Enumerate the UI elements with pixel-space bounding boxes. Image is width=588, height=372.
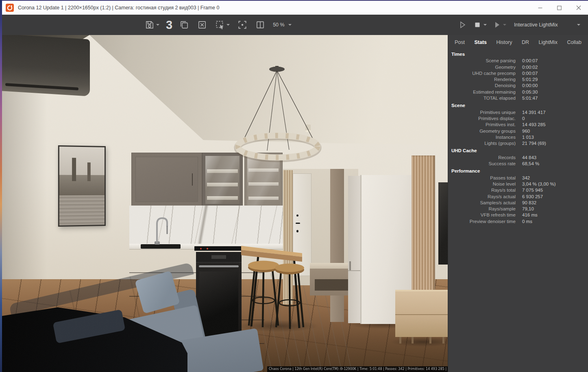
corona-vfb-window: Corona 12 Update 1 | 2200×1650px (1:2) |… <box>2 0 588 372</box>
tab-post[interactable]: Post <box>455 39 465 45</box>
stat-label: Preview denoiser time <box>451 219 516 225</box>
minimize-button[interactable] <box>531 1 550 15</box>
stat-value: 416 ms <box>522 212 538 218</box>
stat-label: Rendering <box>451 77 516 83</box>
stat-row: Lights (groups)21 794 (69) <box>451 140 588 147</box>
stat-row: Instances1 013 <box>451 134 588 140</box>
save-dropdown-caret[interactable] <box>156 24 159 26</box>
stat-value: 14 493 285 <box>522 122 546 128</box>
scene-sink <box>141 244 181 249</box>
stat-row: Denoising0:00:00 <box>451 83 588 89</box>
scene-wall-art <box>58 145 106 227</box>
stat-row: Records44 843 <box>451 155 588 161</box>
scene-hall-pillar <box>330 169 344 322</box>
main-area: Chaos Corona | 12th Gen Intel(R) Core(TM… <box>2 35 588 372</box>
stat-label: Primitives inst. <box>451 122 516 128</box>
zoom-dropdown-caret[interactable] <box>288 24 292 26</box>
resume-dropdown-caret[interactable] <box>503 24 506 26</box>
stat-row: Primitives displac.0 <box>451 116 588 122</box>
stat-row: Passes total342 <box>451 175 588 181</box>
stat-value: 0:00:00 <box>522 83 538 89</box>
stats-section-title: Times <box>451 51 588 57</box>
stat-label: Scene parsing <box>451 58 516 64</box>
stat-value: 79,10 <box>522 206 534 212</box>
stat-value: 3,04 % (3,00 %) <box>522 181 555 187</box>
stat-row: Samples/s actual90 832 <box>451 200 588 206</box>
stat-row: Geometry0:00:02 <box>451 64 588 70</box>
stat-label: Primitives unique <box>451 109 516 116</box>
render-viewport[interactable]: Chaos Corona | 12th Gen Intel(R) Core(TM… <box>2 35 448 372</box>
stat-value: 90 832 <box>522 200 536 206</box>
toolbar-right-group: Interactive LightMix <box>457 15 586 35</box>
stat-label: Estimated remaining <box>451 89 516 95</box>
stat-row: UHD cache precomp0:00:07 <box>451 70 588 77</box>
lightmix-dropdown-caret[interactable] <box>577 24 580 26</box>
tab-collab[interactable]: Collab <box>567 39 581 45</box>
stat-label: Geometry groups <box>451 128 516 134</box>
zoom-level: 50 % <box>273 22 285 28</box>
stats-panel: PostStatsHistoryDRLightMixCollab TimesSc… <box>448 35 588 372</box>
stats-section-title: Performance <box>451 168 588 174</box>
stat-value: 960 <box>522 128 530 134</box>
stat-value: 21 794 (69) <box>522 140 546 147</box>
stat-value: 0:00:07 <box>522 58 538 64</box>
stat-value: 5:01:47 <box>522 95 538 101</box>
maximize-button[interactable] <box>550 1 569 15</box>
zoom-select[interactable]: 50 % <box>272 21 292 28</box>
tab-dr[interactable]: DR <box>522 39 529 45</box>
stat-label: Rays/s total <box>451 187 516 193</box>
lightmix-mode-label[interactable]: Interactive LightMix <box>514 22 558 28</box>
stat-row: Preview denoiser time0 ms <box>451 219 588 225</box>
corona-logo-icon <box>6 4 14 12</box>
close-button[interactable] <box>569 1 588 15</box>
region-select-button[interactable] <box>214 19 231 31</box>
scene-entry-door <box>293 173 311 276</box>
ab-compare-button[interactable] <box>254 19 266 31</box>
toolbar: 3 50 % <box>2 15 588 35</box>
stat-label: Primitives displac. <box>451 116 516 122</box>
stat-value: 7 075 945 <box>522 187 543 193</box>
titlebar: Corona 12 Update 1 | 2200×1650px (1:2) |… <box>2 1 588 15</box>
start-interactive-button[interactable] <box>457 19 468 31</box>
tab-history[interactable]: History <box>497 39 512 45</box>
window-controls <box>531 1 588 15</box>
save-button[interactable] <box>144 19 160 31</box>
stat-row: Primitives inst.14 493 285 <box>451 122 588 128</box>
stat-row: Rays/s total7 075 945 <box>451 187 588 193</box>
region-dropdown-caret[interactable] <box>226 24 230 26</box>
stat-row: TOTAL elapsed5:01:47 <box>451 95 588 101</box>
stat-label: Lights (groups) <box>451 140 516 147</box>
stat-value: 0:05:30 <box>522 89 538 95</box>
stat-row: Geometry groups960 <box>451 128 588 134</box>
scene-marble-backsplash <box>129 206 285 245</box>
stat-label: Noise level <box>451 181 516 187</box>
tab-stats[interactable]: Stats <box>475 39 487 45</box>
panel-tabs: PostStatsHistoryDRLightMixCollab <box>448 35 588 49</box>
stat-value: 6 930 257 <box>522 194 543 200</box>
scene-left-wall-shade <box>2 84 55 312</box>
stat-label: Geometry <box>451 64 516 70</box>
stat-value: 44 843 <box>522 155 536 161</box>
stop-render-button[interactable] <box>472 19 488 31</box>
stat-row: Noise level3,04 % (3,00 %) <box>451 181 588 187</box>
stat-value: 14 391 417 <box>522 109 546 116</box>
scene-glass-cabinet-right <box>244 153 283 208</box>
scene-fridge <box>348 176 360 323</box>
stop-dropdown-caret[interactable] <box>483 24 487 26</box>
duplicate-button[interactable] <box>178 19 190 31</box>
stat-value: 0:00:07 <box>522 70 538 77</box>
focus-region-button[interactable] <box>236 19 248 31</box>
stat-row: Rendering5:01:29 <box>451 77 588 83</box>
stat-label: Instances <box>451 134 516 140</box>
stat-row: Success rate68,54 % <box>451 161 588 167</box>
window-title: Corona 12 Update 1 | 2200×1650px (1:2) |… <box>18 5 219 11</box>
stat-row: Rays/sample79,10 <box>451 206 588 212</box>
stat-value: 342 <box>522 175 530 181</box>
tab-lightmix[interactable]: LightMix <box>539 39 558 45</box>
scene-tv-console <box>395 290 448 337</box>
stat-row: Rays/s actual6 930 257 <box>451 194 588 200</box>
clear-button[interactable] <box>196 19 208 31</box>
resume-render-button[interactable] <box>491 19 507 31</box>
stat-row: VFB refresh time416 ms <box>451 212 588 218</box>
scene-slat-strip <box>283 170 293 304</box>
